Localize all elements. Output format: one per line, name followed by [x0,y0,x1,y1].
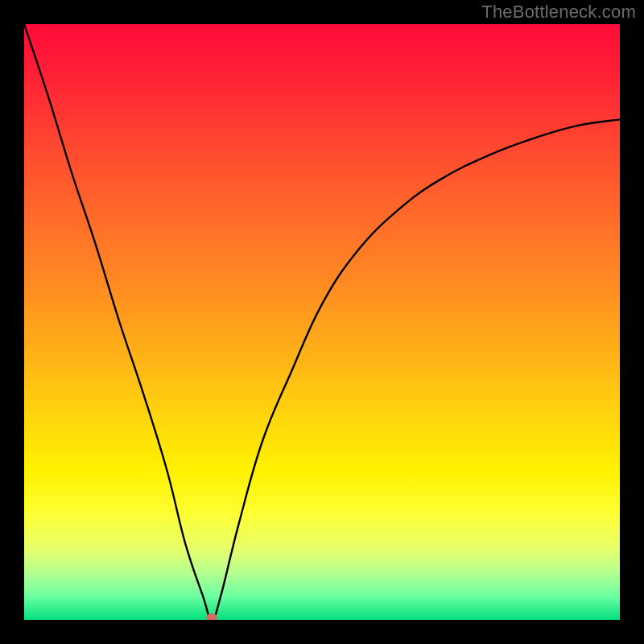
watermark-label: TheBottleneck.com [481,2,636,23]
min-marker [206,613,217,620]
bottleneck-curve [24,24,620,620]
plot-area [24,24,620,620]
curve-svg [24,24,620,620]
chart-frame: TheBottleneck.com [0,0,644,644]
